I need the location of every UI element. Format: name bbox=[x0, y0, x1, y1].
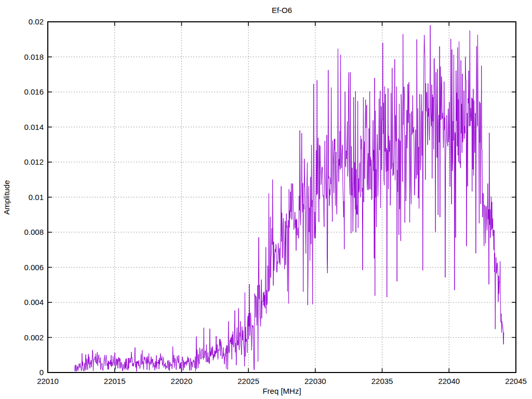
y-tick-label: 0.016 bbox=[24, 87, 44, 96]
y-tick-label: 0.02 bbox=[29, 17, 44, 26]
y-tick-label: 0.012 bbox=[24, 157, 44, 166]
x-axis-label: Freq [MHz] bbox=[48, 387, 516, 395]
x-tick-label: 22010 bbox=[37, 377, 59, 385]
x-tick-label: 22025 bbox=[237, 377, 259, 385]
y-tick-label: 0 bbox=[39, 368, 44, 377]
series-line bbox=[74, 25, 503, 371]
x-tick-label: 22020 bbox=[171, 377, 193, 385]
x-tick-label: 22035 bbox=[371, 377, 393, 385]
x-tick-label: 22030 bbox=[304, 377, 326, 385]
x-tick-label: 22015 bbox=[104, 377, 126, 385]
y-tick-label: 0.002 bbox=[24, 333, 44, 342]
y-tick-label: 0.014 bbox=[24, 123, 44, 131]
y-tick-label: 0.008 bbox=[24, 228, 44, 236]
y-tick-label: 0.01 bbox=[29, 193, 44, 202]
y-tick-label: 0.004 bbox=[24, 298, 44, 307]
y-tick-label: 0.006 bbox=[24, 263, 44, 272]
plot-area: 2201022015220202202522030220352204022045… bbox=[0, 0, 532, 399]
spectrum-chart: Ef-O6 2201022015220202202522030220352204… bbox=[0, 0, 532, 399]
y-axis-label: Amplitude bbox=[2, 145, 11, 249]
x-tick-label: 22045 bbox=[505, 377, 527, 385]
y-tick-label: 0.018 bbox=[24, 52, 44, 61]
x-tick-label: 22040 bbox=[438, 377, 460, 385]
